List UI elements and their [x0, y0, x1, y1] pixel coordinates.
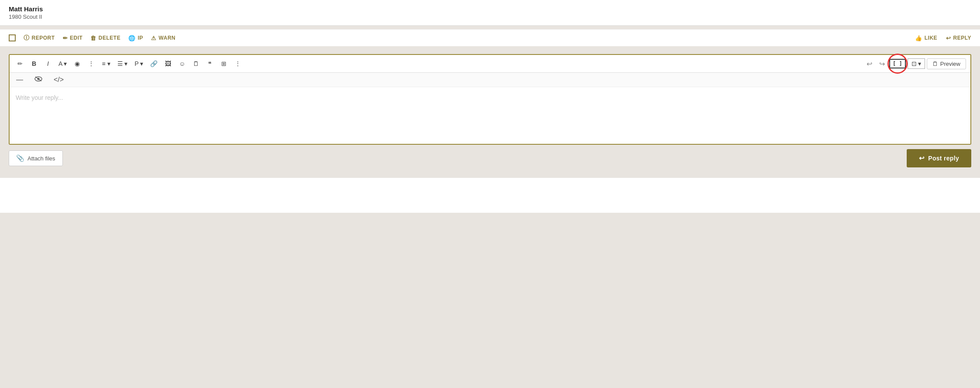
warn-icon: ⚠ [151, 35, 157, 41]
delete-button[interactable]: 🗑 DELETE [90, 35, 120, 41]
italic-button[interactable]: I [42, 58, 54, 70]
horizontal-rule-button[interactable]: — [14, 75, 25, 85]
text-align-dropdown[interactable]: A ▾ [56, 58, 69, 70]
report-button[interactable]: ⓘ REPORT [24, 34, 55, 42]
reply-button[interactable]: ↩ REPLY [946, 35, 971, 41]
attach-files-button[interactable]: 📎 Attach files [9, 150, 63, 166]
eraser-button[interactable]: ✏ [14, 58, 26, 70]
list-dropdown[interactable]: ≡ ▾ [99, 58, 113, 70]
save-icon: ⊡ [911, 60, 917, 67]
paperclip-icon: 📎 [16, 154, 24, 162]
action-bar: ⓘ REPORT ✏ EDIT 🗑 DELETE 🌐 IP ⚠ WARN 👍 L… [0, 29, 980, 46]
like-icon: 👍 [915, 35, 922, 41]
user-subtitle: 1980 Scout II [9, 14, 971, 20]
code-button[interactable]: </> [51, 75, 66, 85]
editor-section: ✏ B I A ▾ ◉ ⋮ ≡ ▾ ☰ ▾ P ▾ 🔗 🖼 ☺ 🗒 ❝ ⊞ ⋮ … [0, 46, 980, 178]
post-reply-icon: ↩ [919, 154, 925, 162]
like-button[interactable]: 👍 LIKE [915, 35, 937, 41]
more-block-button[interactable]: ⋮ [232, 58, 244, 70]
user-info-section: Matt Harris 1980 Scout II [0, 0, 980, 26]
save-dropdown-button[interactable]: ⊡ ▾ [908, 58, 925, 69]
preview-icon: 🗒 [932, 61, 938, 67]
edit-button[interactable]: ✏ EDIT [63, 35, 83, 41]
brackets-button-wrapper: [ ] [889, 59, 906, 68]
paragraph-dropdown[interactable]: P ▾ [132, 58, 146, 70]
editor-wrapper: ✏ B I A ▾ ◉ ⋮ ≡ ▾ ☰ ▾ P ▾ 🔗 🖼 ☺ 🗒 ❝ ⊞ ⋮ … [9, 54, 971, 145]
edit-icon: ✏ [63, 35, 68, 41]
toolbar-row2: — </> [10, 73, 970, 87]
more-inline-button[interactable]: ⋮ [85, 58, 97, 70]
select-checkbox[interactable] [9, 34, 16, 41]
undo-button[interactable]: ↩ [864, 58, 875, 70]
color-picker-button[interactable]: ◉ [71, 58, 83, 70]
toolbar-row1: ✏ B I A ▾ ◉ ⋮ ≡ ▾ ☰ ▾ P ▾ 🔗 🖼 ☺ 🗒 ❝ ⊞ ⋮ … [10, 55, 970, 73]
image-button[interactable]: 🖼 [162, 58, 174, 70]
link-button[interactable]: 🔗 [147, 58, 160, 70]
editor-placeholder: Write your reply... [16, 94, 63, 101]
warn-button[interactable]: ⚠ WARN [151, 35, 175, 41]
editor-area[interactable]: Write your reply... [10, 87, 970, 144]
ip-icon: 🌐 [128, 35, 136, 41]
save-dropdown-arrow: ▾ [918, 60, 921, 67]
emoji-button[interactable]: ☺ [176, 58, 188, 70]
delete-icon: 🗑 [90, 35, 96, 41]
user-name: Matt Harris [9, 5, 971, 13]
bottom-section [0, 178, 980, 213]
report-icon: ⓘ [24, 34, 30, 42]
bottom-bar: 📎 Attach files ↩ Post reply [9, 145, 971, 169]
preview-button[interactable]: 🗒 Preview [927, 58, 966, 69]
align-block-dropdown[interactable]: ☰ ▾ [115, 58, 130, 70]
blockquote-button[interactable]: ❝ [204, 58, 216, 70]
redo-button[interactable]: ↪ [877, 58, 887, 70]
action-bar-right: 👍 LIKE ↩ REPLY [915, 35, 971, 41]
action-bar-left: ⓘ REPORT ✏ EDIT 🗑 DELETE 🌐 IP ⚠ WARN [9, 34, 175, 42]
bold-button[interactable]: B [28, 58, 40, 70]
brackets-button[interactable]: [ ] [889, 59, 906, 68]
post-reply-button[interactable]: ↩ Post reply [907, 149, 971, 167]
ip-button[interactable]: 🌐 IP [128, 35, 143, 41]
toolbar-right: ↩ ↪ [ ] ⊡ ▾ 🗒 Preview [864, 58, 966, 70]
hide-icon [34, 76, 42, 82]
hide-button[interactable] [32, 75, 45, 85]
reply-icon: ↩ [946, 35, 951, 41]
media-embed-button[interactable]: 🗒 [190, 58, 202, 70]
table-button[interactable]: ⊞ [218, 58, 230, 70]
